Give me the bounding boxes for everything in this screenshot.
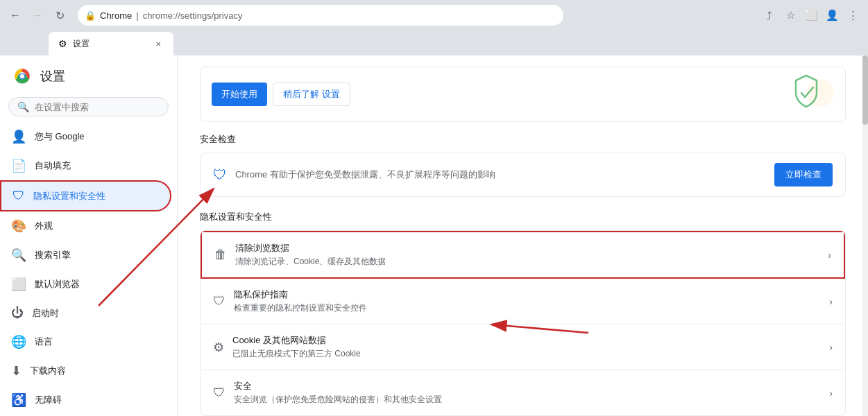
security-icon: 🛡 [213,385,225,400]
sidebar-label-privacy: 隐私设置和安全性 [33,190,105,202]
safety-check-card: 🛡 Chrome 有助于保护您免受数据泄露、不良扩展程序等问题的影响 立即检查 [200,153,846,197]
settings-title: 设置 [40,68,65,85]
palette-icon: 🎨 [11,218,26,234]
search-input[interactable] [35,102,160,112]
cookies-text: Cookie 及其他网站数据 已阻止无痕模式下的第三方 Cookie [232,334,821,360]
clear-data-arrow: › [828,250,831,261]
svg-point-2 [20,74,24,78]
person-icon: 👤 [11,129,26,144]
privacy-guide-arrow: › [829,296,833,307]
sidebar-item-default-browser[interactable]: ⬜ 默认浏览器 [0,270,171,299]
reload-button[interactable]: ↻ [50,6,69,25]
sidebar-item-search[interactable]: 🔍 搜索引擎 [0,241,171,270]
search-icon: 🔍 [17,101,29,112]
top-section-card: 开始使用 稍后了解 设置 [200,67,846,122]
shield-illustration [778,72,834,114]
scrollbar-track[interactable] [862,55,868,416]
sidebar-label-browser: 默认浏览器 [35,278,80,291]
browser-icon: ⬜ [11,277,26,292]
privacy-guide-subtitle: 检查重要的隐私控制设置和安全控件 [234,302,821,314]
sidebar-label-startup: 启动时 [32,307,59,320]
sidebar-item-language[interactable]: 🌐 语言 [0,327,171,356]
tab-favicon: ⚙ [58,38,67,49]
sidebar-item-downloads[interactable]: ⬇ 下载内容 [0,356,171,385]
sidebar-label-search: 搜索引擎 [35,249,71,261]
scrollbar-thumb[interactable] [862,55,868,125]
tab-title: 设置 [73,38,90,50]
bookmark-action-button[interactable]: ⤴ [760,6,779,25]
later-button[interactable]: 稍后了解 设置 [273,83,350,106]
search-engine-icon: 🔍 [11,248,26,263]
sidebar: 设置 🔍 👤 您与 Google 📄 自动填充 🛡 隐私设置和安全性 🎨 外观 [0,55,178,416]
cookies-arrow: › [829,342,833,353]
cookies-subtitle: 已阻止无痕模式下的第三方 Cookie [232,348,821,360]
safety-shield-icon: 🛡 [213,167,227,183]
privacy-guide-text: 隐私保护指南 检查重要的隐私控制设置和安全控件 [234,288,821,314]
sidebar-label-downloads: 下载内容 [30,365,66,377]
privacy-guide-icon: 🛡 [213,294,225,309]
tab-search-button[interactable]: ⬜ [801,6,821,25]
sidebar-item-accessibility[interactable]: ♿ 无障碍 [0,385,171,415]
star-button[interactable]: ☆ [781,6,800,25]
sidebar-item-privacy[interactable]: 🛡 隐私设置和安全性 [0,180,171,211]
privacy-item-security[interactable]: 🛡 安全 安全浏览（保护您免受危险网站的侵害）和其他安全设置 › [201,370,845,415]
privacy-item-clear-data[interactable]: 🗑 清除浏览数据 清除浏览记录、Cookie、缓存及其他数据 › [201,231,845,279]
secure-icon: 🔒 [85,10,96,21]
accessibility-icon: ♿ [11,392,26,408]
security-title: 安全 [234,380,821,392]
download-icon: ⬇ [11,363,22,379]
sidebar-item-appearance[interactable]: 🎨 外观 [0,211,171,241]
security-text: 安全 安全浏览（保护您免受危险网站的侵害）和其他安全设置 [234,380,821,406]
sidebar-item-autofill[interactable]: 📄 自动填充 [0,151,171,180]
privacy-guide-title: 隐私保护指南 [234,288,821,301]
search-wrapper[interactable]: 🔍 [8,97,169,116]
address-bar[interactable]: 🔒 Chrome | chrome://settings/privacy [78,5,563,26]
language-icon: 🌐 [11,334,26,349]
chrome-logo [11,65,33,87]
menu-button[interactable]: ⋮ [843,6,862,25]
address-domain: Chrome [100,10,132,21]
safety-check-section-title: 安全检查 [200,133,846,146]
security-arrow: › [829,388,833,399]
profile-button[interactable]: 👤 [822,6,842,25]
clear-data-title: 清除浏览数据 [235,242,819,254]
shield-icon: 🛡 [12,189,25,203]
sidebar-label-appearance: 外观 [35,220,53,232]
privacy-section: 🗑 清除浏览数据 清除浏览记录、Cookie、缓存及其他数据 › 🛡 隐私保护指… [200,230,846,416]
autofill-icon: 📄 [11,158,26,173]
get-started-button[interactable]: 开始使用 [212,83,267,106]
clear-data-text: 清除浏览数据 清除浏览记录、Cookie、缓存及其他数据 [235,242,819,268]
security-subtitle: 安全浏览（保护您免受危险网站的侵害）和其他安全设置 [234,394,821,406]
sidebar-label-autofill: 自动填充 [35,159,71,172]
cookies-title: Cookie 及其他网站数据 [232,334,821,347]
sidebar-item-google[interactable]: 👤 您与 Google [0,122,171,151]
privacy-item-cookies[interactable]: ⚙ Cookie 及其他网站数据 已阻止无痕模式下的第三方 Cookie › [201,324,845,370]
sidebar-item-startup[interactable]: ⏻ 启动时 [0,299,171,327]
active-tab[interactable]: ⚙ 设置 ✕ [49,32,173,55]
address-path: chrome://settings/privacy [143,10,243,21]
forward-button[interactable]: → [28,6,47,25]
check-now-button[interactable]: 立即检查 [774,163,833,187]
address-separator: | [136,10,138,21]
sidebar-label-language: 语言 [35,336,53,348]
sidebar-label-google: 您与 Google [35,130,85,143]
safety-check-description: Chrome 有助于保护您免受数据泄露、不良扩展程序等问题的影响 [235,168,766,181]
svg-point-3 [806,79,834,107]
main-content: 开始使用 稍后了解 设置 安全检查 🛡 Chrome 有助于保护您免受数据泄露、… [178,55,868,416]
back-button[interactable]: ← [6,6,25,25]
startup-icon: ⏻ [11,306,24,320]
privacy-item-guide[interactable]: 🛡 隐私保护指南 检查重要的隐私控制设置和安全控件 › [201,279,845,324]
tab-close-button[interactable]: ✕ [153,38,164,49]
privacy-section-title: 隐私设置和安全性 [200,211,846,223]
sidebar-label-accessibility: 无障碍 [35,394,62,406]
trash-icon: 🗑 [214,248,227,262]
clear-data-subtitle: 清除浏览记录、Cookie、缓存及其他数据 [235,256,819,268]
cookies-icon: ⚙ [213,340,224,355]
